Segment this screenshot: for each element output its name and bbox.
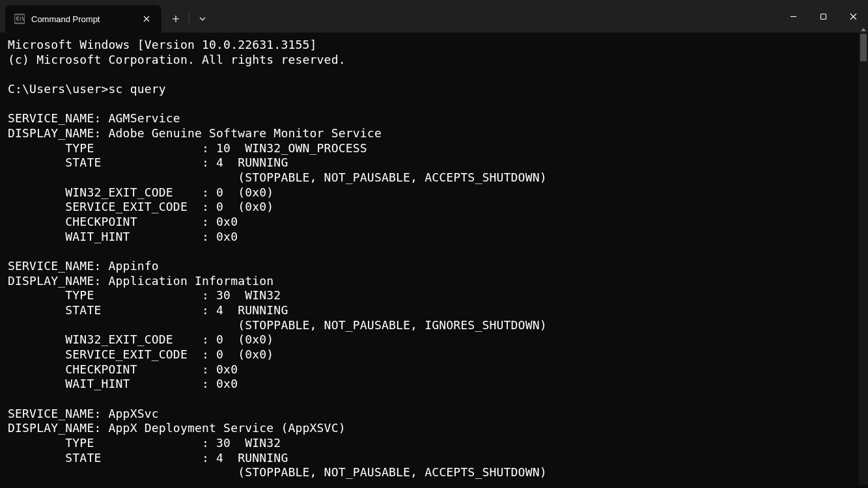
minimize-button[interactable]	[778, 0, 808, 33]
scrollbar[interactable]	[859, 33, 868, 485]
terminal-output: Microsoft Windows [Version 10.0.22631.31…	[0, 33, 868, 485]
tab-title: Command Prompt	[31, 14, 132, 24]
divider	[189, 12, 189, 25]
tab-controls	[164, 5, 214, 33]
new-tab-button[interactable]	[164, 7, 188, 31]
scrollbar-thumb[interactable]	[860, 34, 867, 61]
chevron-down-icon	[199, 17, 206, 21]
plus-icon	[172, 15, 180, 23]
terminal-area[interactable]: Microsoft Windows [Version 10.0.22631.31…	[0, 33, 868, 488]
minimize-icon	[790, 13, 797, 20]
svg-rect-2	[820, 14, 826, 19]
svg-text:C:\: C:\	[16, 16, 25, 21]
window-controls	[778, 0, 868, 33]
maximize-button[interactable]	[808, 0, 838, 33]
maximize-icon	[820, 13, 827, 20]
scroll-up-arrow-icon[interactable]	[859, 25, 868, 34]
titlebar-drag-area[interactable]	[214, 0, 778, 33]
close-icon	[850, 13, 857, 20]
close-icon	[143, 16, 150, 22]
tab-close-button[interactable]	[138, 10, 155, 27]
tab-dropdown-button[interactable]	[191, 7, 214, 31]
cmd-icon: C:\	[14, 14, 25, 24]
title-bar: C:\ Command Prompt	[0, 0, 868, 33]
tab-command-prompt[interactable]: C:\ Command Prompt	[5, 5, 161, 33]
